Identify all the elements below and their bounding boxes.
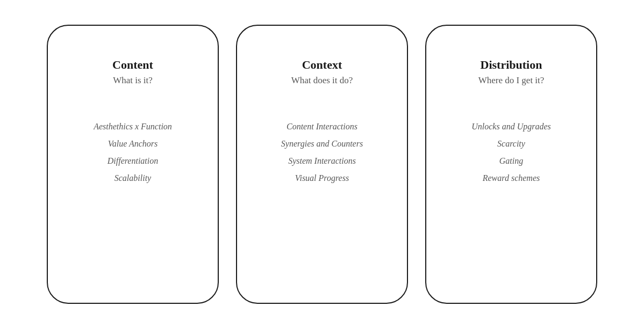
card-item-distribution-2: Gating <box>471 152 551 170</box>
card-item-context-3: Visual Progress <box>281 170 363 187</box>
card-items-distribution: Unlocks and UpgradesScarcityGatingReward… <box>471 118 551 187</box>
card-item-context-1: Synergies and Counters <box>281 135 363 152</box>
card-item-distribution-1: Scarcity <box>471 135 551 152</box>
card-subtitle-content: What is it? <box>113 75 153 85</box>
card-item-distribution-0: Unlocks and Upgrades <box>471 118 551 135</box>
card-header-content: ContentWhat is it? <box>112 58 153 86</box>
card-title-context: Context <box>291 58 353 72</box>
card-item-context-2: System Interactions <box>281 152 363 170</box>
card-header-context: ContextWhat does it do? <box>291 58 353 86</box>
card-item-content-0: Aesthethics x Function <box>94 118 172 135</box>
card-items-context: Content InteractionsSynergies and Counte… <box>281 118 363 187</box>
card-title-content: Content <box>112 58 153 72</box>
card-header-distribution: DistributionWhere do I get it? <box>478 58 545 86</box>
card-item-content-1: Value Anchors <box>94 135 172 152</box>
card-subtitle-context: What does it do? <box>291 75 353 85</box>
card-subtitle-distribution: Where do I get it? <box>478 75 545 85</box>
card-context: ContextWhat does it do?Content Interacti… <box>236 25 408 304</box>
card-items-content: Aesthethics x FunctionValue AnchorsDiffe… <box>94 118 172 187</box>
card-title-distribution: Distribution <box>478 58 545 72</box>
cards-container: ContentWhat is it?Aesthethics x Function… <box>36 14 608 315</box>
card-content: ContentWhat is it?Aesthethics x Function… <box>47 25 219 304</box>
card-item-distribution-3: Reward schemes <box>471 170 551 187</box>
card-distribution: DistributionWhere do I get it?Unlocks an… <box>425 25 597 304</box>
card-item-content-3: Scalability <box>94 170 172 187</box>
card-item-context-0: Content Interactions <box>281 118 363 135</box>
card-item-content-2: Differentiation <box>94 152 172 170</box>
